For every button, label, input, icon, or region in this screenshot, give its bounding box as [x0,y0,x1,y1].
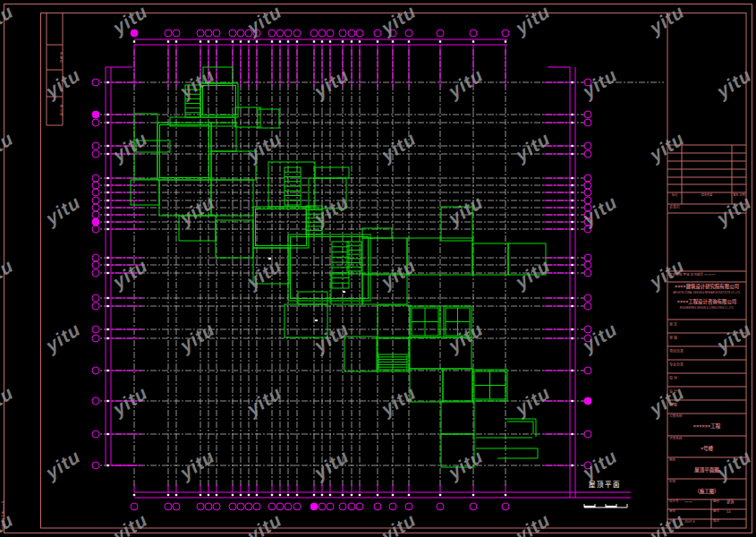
titleblock-section-value: ×号楼 [667,446,746,451]
titleblock-footer-value: ×××× [684,500,692,504]
titleblock-staff-label: 制 图 [669,404,677,407]
titleblock-staff-label: 审 核 [669,337,677,340]
titleblock-generated-text: 审 定审 核项目负责专业负责校 对设 计制 图工程名称××××××工程子项名称×… [0,0,756,537]
titleblock-section-label: 工程名称 [669,415,682,419]
titleblock-section-label: 子项名称 [669,438,682,441]
titleblock-footer-label: 图别 [713,500,719,504]
titleblock-section-label: 阶段 [669,481,675,484]
titleblock-footer-value: 14 [726,510,731,515]
titleblock-section-value: 屋顶平面图 [667,467,746,473]
titleblock-staff-label: 审 定 [669,323,677,327]
titleblock-footer-label: 设计号 [669,500,679,504]
titleblock-footer-label: 图号 [713,510,719,514]
titleblock-staff-label: 专业负责 [669,363,684,367]
titleblock-staff-label: 项目负责 [669,350,684,354]
titleblock-footer-label: 审定 [669,510,675,514]
titleblock-staff-label: 校 对 [669,377,677,380]
titleblock-staff-label: 设 计 [669,390,677,394]
cad-drawing-canvas: 会签栏 装订线 沪建设证字第××××号 屋顶平面 标记 修改内容 签名 日期 会… [0,0,756,537]
titleblock-section-value: ××××××工程 [667,423,746,429]
titleblock-footer-label: 版次 [713,520,719,524]
titleblock-footer-label: 日期 [669,520,675,524]
titleblock-footer-value: 2007.6 [684,520,695,524]
titleblock-section-label: 图名 [669,459,675,463]
titleblock-section-value: （施工图） [667,489,746,494]
titleblock-footer-value: 建施 [726,500,734,505]
